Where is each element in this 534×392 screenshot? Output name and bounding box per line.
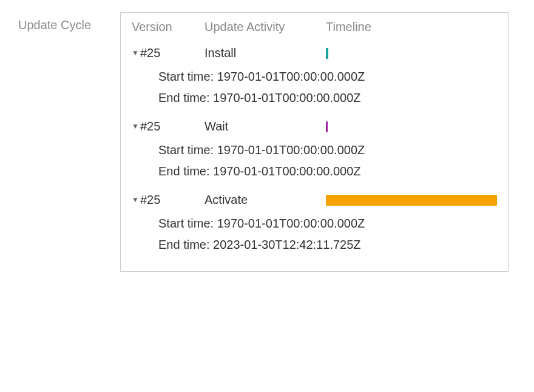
col-version-header: Version [132, 20, 204, 40]
version-text: #25 [140, 120, 160, 133]
end-time: End time: 1970-01-01T00:00:00.000Z [158, 161, 497, 182]
timeline-cell [326, 195, 497, 206]
activity-cell: Install [204, 46, 326, 60]
update-cycle-panel: Version Update Activity Timeline ▼#25Ins… [120, 12, 509, 272]
table-row: ▼#25Activate [132, 187, 497, 208]
end-time-value: 1970-01-01T00:00:00.000Z [213, 91, 361, 104]
time-details: Start time: 1970-01-01T00:00:00.000ZEnd … [132, 135, 497, 187]
time-details: Start time: 1970-01-01T00:00:00.000ZEnd … [132, 61, 497, 113]
end-time: End time: 2023-01-30T12:42:11.725Z [158, 234, 497, 255]
timeline-cell [326, 121, 497, 132]
start-time-value: 1970-01-01T00:00:00.000Z [217, 70, 365, 83]
chevron-down-icon[interactable]: ▼ [132, 123, 139, 130]
chevron-down-icon[interactable]: ▼ [132, 196, 139, 203]
start-time-label: Start time: [158, 143, 214, 157]
version-cell[interactable]: ▼#25 [132, 193, 204, 207]
chevron-down-icon[interactable]: ▼ [132, 49, 139, 56]
end-time-value: 2023-01-30T12:42:11.725Z [213, 238, 361, 251]
end-time-label: End time: [158, 238, 209, 251]
end-time-label: End time: [158, 164, 209, 178]
start-time-value: 1970-01-01T00:00:00.000Z [217, 143, 365, 157]
table-row: ▼#25Install [132, 40, 497, 61]
version-cell[interactable]: ▼#25 [132, 120, 204, 133]
activity-cell: Wait [204, 120, 326, 133]
timeline-bar [326, 121, 328, 132]
timeline-bar [326, 48, 328, 59]
activity-cell: Activate [204, 193, 326, 207]
time-details: Start time: 1970-01-01T00:00:00.000ZEnd … [132, 208, 497, 260]
table-row: ▼#25Wait [132, 113, 497, 135]
end-time: End time: 1970-01-01T00:00:00.000Z [158, 87, 497, 109]
end-time-value: 1970-01-01T00:00:00.000Z [213, 164, 361, 178]
start-time-label: Start time: [158, 70, 214, 83]
end-time-label: End time: [158, 91, 209, 104]
version-text: #25 [140, 193, 160, 207]
timeline-cell [326, 48, 497, 59]
version-cell[interactable]: ▼#25 [132, 46, 204, 60]
start-time: Start time: 1970-01-01T00:00:00.000Z [158, 66, 497, 87]
start-time: Start time: 1970-01-01T00:00:00.000Z [158, 213, 497, 234]
version-text: #25 [140, 46, 160, 60]
col-activity-header: Update Activity [204, 20, 326, 40]
start-time-value: 1970-01-01T00:00:00.000Z [217, 217, 365, 230]
section-label: Update Cycle [18, 12, 103, 32]
start-time-label: Start time: [158, 217, 214, 230]
col-timeline-header: Timeline [326, 20, 497, 40]
start-time: Start time: 1970-01-01T00:00:00.000Z [158, 140, 497, 161]
timeline-bar [326, 195, 497, 206]
